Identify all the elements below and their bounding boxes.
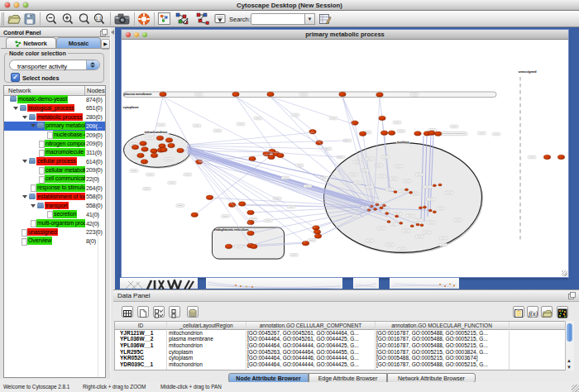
svg-text:endoplasmic reticulum: endoplasmic reticulum [214, 227, 249, 232]
svg-text:mitochondrion: mitochondrion [145, 130, 168, 134]
svg-text:unassigned: unassigned [519, 69, 538, 74]
svg-text:plasma membrane: plasma membrane [124, 92, 153, 96]
svg-text:cytoplasm: cytoplasm [123, 105, 140, 109]
svg-text:1:1: 1:1 [96, 16, 102, 21]
svg-text:f(x): f(x) [529, 310, 538, 318]
svg-text:nucleus: nucleus [397, 140, 410, 144]
